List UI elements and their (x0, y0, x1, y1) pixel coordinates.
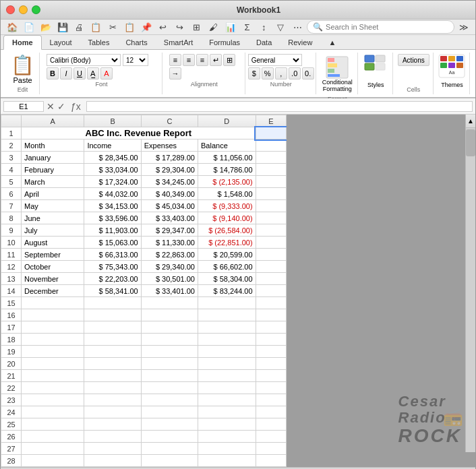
cell-e8[interactable] (256, 212, 286, 224)
cell-expenses-dec[interactable]: $ 33,401.00 (141, 285, 198, 297)
conditional-formatting-button[interactable]: ConditionalFormatting (321, 54, 354, 94)
expand-icon[interactable]: ≫ (456, 20, 471, 34)
scroll-up-button[interactable]: ▲ (466, 115, 475, 128)
scroll-thumb[interactable] (466, 129, 475, 156)
cell-expenses-apr[interactable]: $ 40,349.00 (141, 188, 198, 200)
header-balance[interactable]: Balance (198, 139, 256, 152)
redo-icon[interactable]: ↪ (173, 20, 187, 34)
undo-icon[interactable]: ↩ (156, 20, 171, 34)
cell-expenses-jul[interactable]: $ 29,347.00 (141, 224, 198, 237)
tab-tables[interactable]: Tables (80, 36, 118, 49)
percent-button[interactable]: % (262, 67, 274, 80)
more-icon[interactable]: ⋯ (290, 20, 305, 34)
cell-income-feb[interactable]: $ 33,034.00 (84, 164, 141, 176)
align-center-button[interactable]: ≡ (183, 54, 195, 66)
search-input[interactable] (326, 23, 434, 31)
cell-e9[interactable] (256, 224, 286, 237)
cell-balance-feb[interactable]: $ 14,786.00 (198, 164, 256, 176)
col-header-b[interactable]: B (84, 115, 141, 127)
minimize-button[interactable] (19, 5, 28, 14)
italic-button[interactable]: I (60, 67, 72, 80)
close-button[interactable] (6, 5, 15, 14)
maximize-button[interactable] (32, 5, 40, 14)
themes-button[interactable]: Aa (438, 54, 465, 80)
tab-layout[interactable]: Layout (42, 36, 80, 49)
tab-up[interactable]: ▲ (320, 36, 344, 49)
cell-income-sep[interactable]: $ 66,313.00 (84, 249, 141, 261)
cell-e14[interactable] (256, 285, 286, 297)
font-size-select[interactable]: 12 (123, 54, 148, 66)
align-left-button[interactable]: ≡ (169, 54, 181, 66)
font-family-select[interactable]: Calibri (Body) (47, 54, 121, 66)
comma-button[interactable]: , (275, 67, 287, 80)
cell-income-jul[interactable]: $ 11,903.00 (84, 224, 141, 237)
tab-formulas[interactable]: Formulas (201, 36, 248, 49)
formula-input[interactable] (86, 101, 473, 112)
cell-month-aug[interactable]: August (22, 237, 84, 249)
report-title[interactable]: ABC Inc. Revenue Report (22, 127, 256, 139)
cell-e7[interactable] (256, 200, 286, 212)
cell-income-dec[interactable]: $ 58,341.00 (84, 285, 141, 297)
cell-expenses-sep[interactable]: $ 22,863.00 (141, 249, 198, 261)
col-header-d[interactable]: D (198, 115, 256, 127)
cell-month-may[interactable]: May (22, 200, 84, 212)
filter-icon[interactable]: ▽ (273, 20, 288, 34)
cell-reference-input[interactable] (3, 101, 44, 112)
cell-e13[interactable] (256, 273, 286, 285)
home-icon[interactable]: 🏠 (5, 20, 20, 34)
cell-income-nov[interactable]: $ 22,203.00 (84, 273, 141, 285)
cut-icon[interactable]: ✂ (105, 20, 120, 34)
increase-decimal-button[interactable]: .0 (289, 67, 301, 80)
cell-month-apr[interactable]: April (22, 188, 84, 200)
cell-expenses-nov[interactable]: $ 30,501.00 (141, 273, 198, 285)
highlight-button[interactable]: A̲ (87, 67, 99, 80)
cell-expenses-feb[interactable]: $ 29,304.00 (141, 164, 198, 176)
bold-button[interactable]: B (47, 67, 59, 80)
cell-balance-aug[interactable]: $ (22,851.00) (198, 237, 256, 249)
cell-expenses-oct[interactable]: $ 29,340.00 (141, 261, 198, 273)
cell-e11[interactable] (256, 249, 286, 261)
cell-balance-oct[interactable]: $ 66,602.00 (198, 261, 256, 273)
confirm-formula-icon[interactable]: ✓ (57, 101, 65, 112)
merge-button[interactable]: ⊞ (223, 54, 235, 66)
cell-expenses-jan[interactable]: $ 17,289.00 (141, 152, 198, 164)
cell-income-aug[interactable]: $ 15,063.00 (84, 237, 141, 249)
save-icon[interactable]: 💾 (55, 20, 70, 34)
chart-icon[interactable]: 📊 (223, 20, 238, 34)
cell-income-may[interactable]: $ 34,153.00 (84, 200, 141, 212)
cell-balance-nov[interactable]: $ 58,304.00 (198, 273, 256, 285)
copy-icon[interactable]: 📋 (122, 20, 137, 34)
cell-income-apr[interactable]: $ 44,032.00 (84, 188, 141, 200)
cell-income-jan[interactable]: $ 28,345.00 (84, 152, 141, 164)
cell-income-jun[interactable]: $ 33,596.00 (84, 212, 141, 224)
cell-month-jun[interactable]: June (22, 212, 84, 224)
paste-icon[interactable]: 📌 (139, 20, 154, 34)
col-header-c[interactable]: C (141, 115, 198, 127)
vertical-scrollbar[interactable]: ▲ (465, 115, 475, 452)
print2-icon[interactable]: 📋 (88, 20, 103, 34)
underline-button[interactable]: U (73, 67, 86, 80)
cell-expenses-mar[interactable]: $ 34,245.00 (141, 176, 198, 188)
tab-data[interactable]: Data (248, 36, 280, 49)
cell-income-oct[interactable]: $ 75,343.00 (84, 261, 141, 273)
wrap-text-button[interactable]: ↵ (210, 54, 222, 66)
new-icon[interactable]: 📄 (22, 20, 36, 34)
cell-income-mar[interactable]: $ 17,324.00 (84, 176, 141, 188)
cell-e5[interactable] (256, 176, 286, 188)
cell-e10[interactable] (256, 237, 286, 249)
search-box[interactable]: 🔍 (307, 20, 454, 34)
cell-balance-dec[interactable]: $ 83,244.00 (198, 285, 256, 297)
font-color-button[interactable]: A (100, 67, 113, 80)
tab-review[interactable]: Review (280, 36, 320, 49)
cell-e3[interactable] (256, 152, 286, 164)
paste-button[interactable]: 📋 Paste (11, 54, 34, 84)
cell-balance-jul[interactable]: $ (26,584.00) (198, 224, 256, 237)
align-right-button[interactable]: ≡ (196, 54, 208, 66)
open-icon[interactable]: 📂 (38, 20, 53, 34)
cell-balance-jan[interactable]: $ 11,056.00 (198, 152, 256, 164)
cell-balance-sep[interactable]: $ 20,599.00 (198, 249, 256, 261)
cell-month-jul[interactable]: July (22, 224, 84, 237)
cell-balance-mar[interactable]: $ (2,135.00) (198, 176, 256, 188)
cell-balance-apr[interactable]: $ 1,548.00 (198, 188, 256, 200)
tab-home[interactable]: Home (3, 35, 42, 50)
